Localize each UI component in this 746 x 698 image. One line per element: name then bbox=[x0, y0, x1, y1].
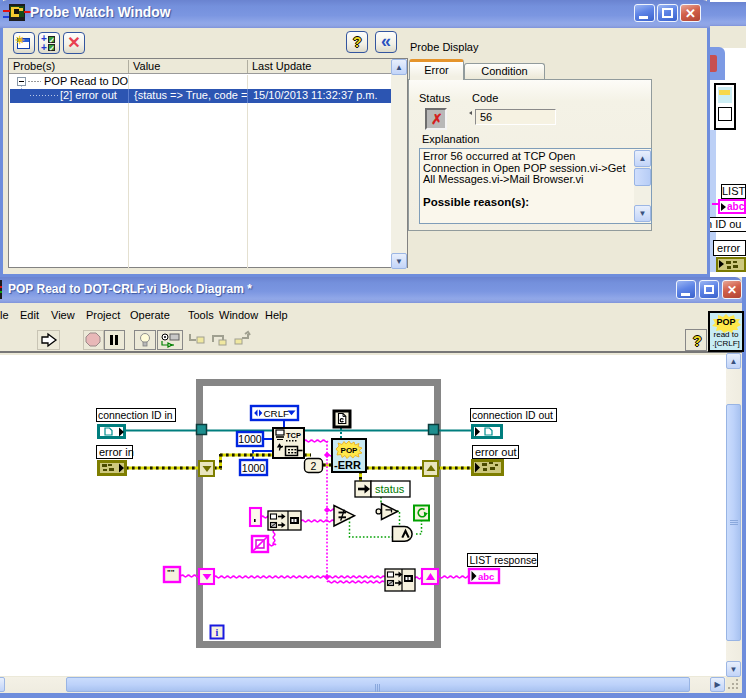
svg-text:abc: abc bbox=[478, 571, 494, 582]
svg-text:read to: read to bbox=[714, 330, 739, 339]
svg-text:error out: error out bbox=[475, 446, 517, 458]
svg-text:POP: POP bbox=[341, 446, 359, 455]
svg-text:status: status bbox=[375, 483, 405, 495]
svg-text:connection ID out: connection ID out bbox=[472, 410, 553, 421]
svg-text:i: i bbox=[216, 627, 219, 638]
svg-text:CRLF: CRLF bbox=[264, 408, 290, 419]
svg-text:error in: error in bbox=[99, 446, 134, 458]
svg-text:1000: 1000 bbox=[242, 462, 266, 474]
svg-text:POP: POP bbox=[716, 317, 735, 327]
svg-text:-ERR: -ERR bbox=[334, 459, 361, 471]
svg-text:1000: 1000 bbox=[238, 433, 262, 445]
svg-text:2: 2 bbox=[311, 460, 317, 472]
svg-text:LIST response: LIST response bbox=[470, 555, 538, 566]
svg-text:TCP: TCP bbox=[286, 431, 301, 440]
svg-text:.[CRLF]: .[CRLF] bbox=[712, 339, 740, 348]
svg-text:"": "" bbox=[167, 568, 175, 577]
svg-text:connection ID in: connection ID in bbox=[98, 410, 173, 421]
